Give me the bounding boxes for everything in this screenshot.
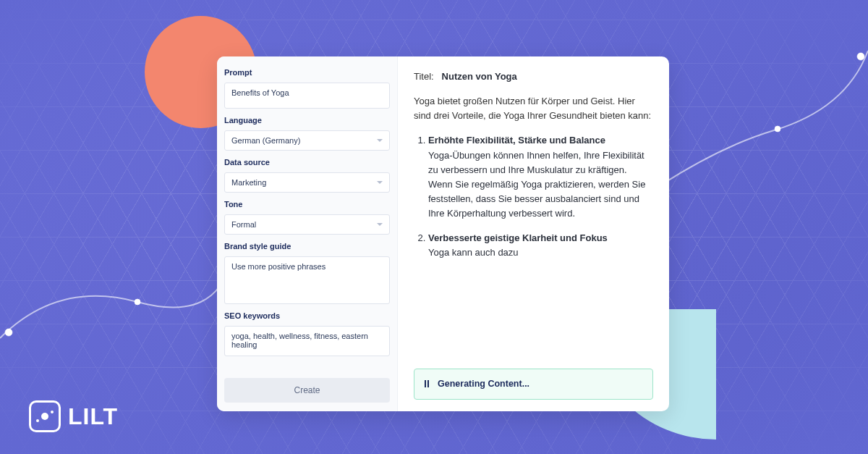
brand-style-label: Brand style guide <box>224 242 390 251</box>
output-title-value: Nutzen von Yoga <box>442 71 517 82</box>
benefit-body: Yoga kann auch dazu <box>428 245 653 260</box>
benefit-title: Erhöhte Flexibilität, Stärke und Balance <box>428 133 653 148</box>
decorative-swoosh-left <box>0 251 231 396</box>
output-benefits-list: Erhöhte Flexibilität, Stärke und Balance… <box>414 133 653 270</box>
tone-label: Tone <box>224 200 390 209</box>
svg-point-3 <box>857 53 864 60</box>
svg-point-1 <box>135 299 140 305</box>
data-source-label: Data source <box>224 158 390 167</box>
seo-input[interactable] <box>224 326 390 356</box>
output-panel: Titel: Nutzen von Yoga Yoga bietet große… <box>398 56 669 411</box>
seo-label: SEO keywords <box>224 311 390 320</box>
brand-logo: LILT <box>29 400 118 432</box>
tone-select[interactable]: Formal <box>224 214 390 235</box>
output-title-label: Titel: <box>414 71 434 82</box>
benefit-title: Verbesserte geistige Klarheit und Fokus <box>428 231 653 245</box>
benefit-body: Yoga-Übungen können Ihnen helfen, Ihre F… <box>428 148 653 222</box>
list-item: Erhöhte Flexibilität, Stärke und Balance… <box>428 133 653 221</box>
prompt-label: Prompt <box>224 68 390 77</box>
create-button[interactable]: Create <box>224 378 390 403</box>
svg-point-0 <box>5 329 12 336</box>
brand-logo-icon <box>29 400 61 432</box>
prompt-input[interactable] <box>224 83 390 109</box>
data-source-select[interactable]: Marketing <box>224 172 390 193</box>
status-bar: Generating Content... <box>414 369 653 400</box>
brand-logo-text: LILT <box>68 403 118 430</box>
svg-point-2 <box>775 126 780 132</box>
form-panel: Prompt Language German (Germany) Data so… <box>217 56 398 411</box>
output-intro: Yoga bietet großen Nutzen für Körper und… <box>414 94 653 123</box>
pause-icon <box>425 380 429 387</box>
language-label: Language <box>224 116 390 125</box>
output-title-line: Titel: Nutzen von Yoga <box>414 70 653 84</box>
language-select[interactable]: German (Germany) <box>224 130 390 151</box>
app-card: Prompt Language German (Germany) Data so… <box>217 56 669 411</box>
status-text: Generating Content... <box>438 377 529 391</box>
list-item: Verbesserte geistige Klarheit und Fokus … <box>428 231 653 260</box>
brand-style-input[interactable] <box>224 256 390 304</box>
